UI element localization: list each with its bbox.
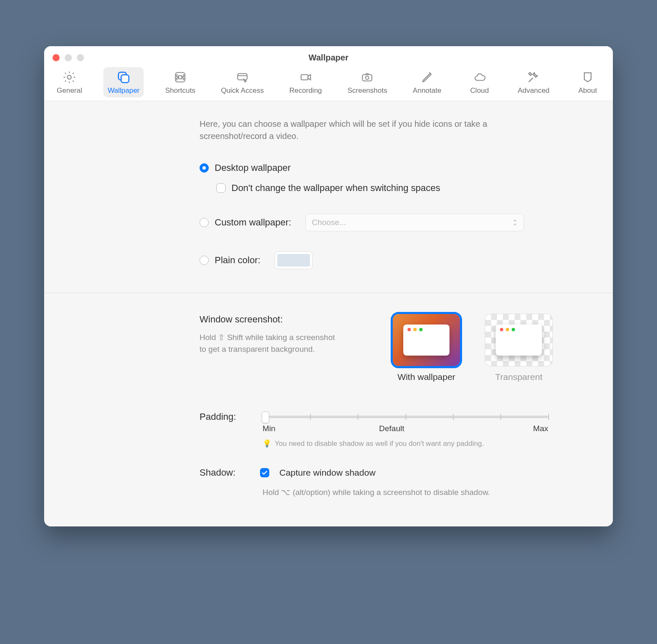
option-custom-wallpaper[interactable]: Custom wallpaper: Choose...: [200, 214, 588, 231]
svg-rect-5: [301, 75, 307, 80]
tab-label: Annotate: [413, 86, 442, 95]
thumb-preview-wallpaper: [393, 314, 460, 366]
app-icon: [580, 70, 595, 85]
camera-icon: [360, 70, 375, 85]
svg-rect-6: [363, 75, 372, 81]
option-desktop-wallpaper[interactable]: Desktop wallpaper: [200, 162, 588, 173]
tab-about[interactable]: About: [571, 67, 604, 97]
slider-min-label: Min: [263, 424, 276, 433]
tab-label: Shortcuts: [165, 86, 195, 95]
color-preview: [277, 254, 310, 267]
shadow-hint: Hold ⌥ (alt/option) while taking a scree…: [263, 487, 588, 497]
padding-label: Padding:: [200, 411, 250, 422]
minimize-button[interactable]: [65, 54, 72, 61]
tab-label: Quick Access: [221, 86, 264, 95]
tab-annotate[interactable]: Annotate: [409, 67, 446, 97]
tab-label: About: [578, 86, 597, 95]
tab-label: Recording: [289, 86, 322, 95]
checkbox-dont-change[interactable]: [216, 183, 226, 193]
menubar-icon: [235, 70, 250, 85]
svg-point-7: [365, 76, 369, 79]
padding-hint: You need to disable shadow as well if yo…: [275, 440, 484, 448]
slider-default-label: Default: [379, 424, 404, 433]
tab-quick-access[interactable]: Quick Access: [217, 67, 268, 97]
slider-max-label: Max: [533, 424, 548, 433]
popup-placeholder: Choose...: [312, 218, 346, 227]
content: Here, you can choose a wallpaper which w…: [44, 101, 613, 526]
radio-desktop[interactable]: [200, 163, 209, 173]
tab-label: Screenshots: [347, 86, 387, 95]
svg-point-0: [68, 75, 71, 79]
option-dont-change-spaces[interactable]: Don't change the wallpaper when switchin…: [216, 183, 588, 194]
svg-rect-3: [176, 73, 185, 82]
option-label: Custom wallpaper:: [215, 217, 291, 228]
pencil-icon: [420, 70, 435, 85]
tab-general[interactable]: General: [53, 67, 86, 97]
intro-text: Here, you can choose a wallpaper which w…: [200, 118, 502, 142]
window-screenshot-desc: Hold ⇧ Shift while taking a screenshot t…: [200, 332, 338, 355]
shadow-checkbox-label: Capture window shadow: [279, 468, 376, 478]
tab-label: Cloud: [470, 86, 489, 95]
option-label: Plain color:: [215, 255, 260, 266]
thumb-label: Transparent: [495, 372, 542, 382]
titlebar: Wallpaper General Wallpaper Shortcuts: [44, 46, 613, 101]
command-icon: [173, 70, 188, 85]
tab-recording[interactable]: Recording: [285, 67, 326, 97]
thumb-transparent[interactable]: Transparent: [485, 314, 552, 382]
gear-icon: [62, 70, 77, 85]
thumb-preview-transparent: [485, 314, 552, 366]
lightbulb-icon: 💡: [263, 439, 271, 448]
preferences-window: Wallpaper General Wallpaper Shortcuts: [44, 46, 613, 526]
tab-wallpaper[interactable]: Wallpaper: [103, 67, 144, 97]
tab-cloud[interactable]: Cloud: [463, 67, 497, 97]
svg-rect-4: [238, 73, 247, 80]
thumb-label: With wallpaper: [397, 372, 455, 382]
tab-label: Wallpaper: [108, 86, 139, 95]
checkbox-capture-shadow[interactable]: [260, 468, 269, 477]
chevrons-icon: [512, 219, 518, 226]
custom-wallpaper-popup[interactable]: Choose...: [305, 214, 524, 231]
radio-custom[interactable]: [200, 218, 209, 227]
thumb-with-wallpaper[interactable]: With wallpaper: [393, 314, 460, 382]
window-screenshot-title: Window screenshot:: [200, 314, 372, 325]
zoom-button[interactable]: [77, 54, 84, 61]
option-plain-color[interactable]: Plain color:: [200, 251, 588, 269]
close-button[interactable]: [53, 54, 60, 61]
radio-plain[interactable]: [200, 256, 209, 265]
tools-icon: [526, 70, 541, 85]
wallpaper-icon: [116, 70, 131, 85]
tab-label: Advanced: [518, 86, 549, 95]
tab-screenshots[interactable]: Screenshots: [343, 67, 392, 97]
traffic-lights: [53, 54, 84, 61]
tab-label: General: [57, 86, 82, 95]
video-icon: [298, 70, 313, 85]
tab-shortcuts[interactable]: Shortcuts: [161, 67, 200, 97]
option-label: Desktop wallpaper: [215, 162, 291, 173]
checkbox-label: Don't change the wallpaper when switchin…: [231, 183, 440, 194]
cloud-icon: [472, 70, 487, 85]
padding-slider[interactable]: [263, 416, 548, 418]
toolbar: General Wallpaper Shortcuts Quick Access: [44, 63, 613, 101]
svg-rect-2: [121, 75, 129, 82]
plain-color-swatch[interactable]: [275, 251, 313, 269]
shadow-label: Shadow:: [200, 467, 250, 478]
window-title: Wallpaper: [44, 53, 613, 63]
tab-advanced[interactable]: Advanced: [513, 67, 554, 97]
slider-thumb[interactable]: [262, 411, 269, 423]
